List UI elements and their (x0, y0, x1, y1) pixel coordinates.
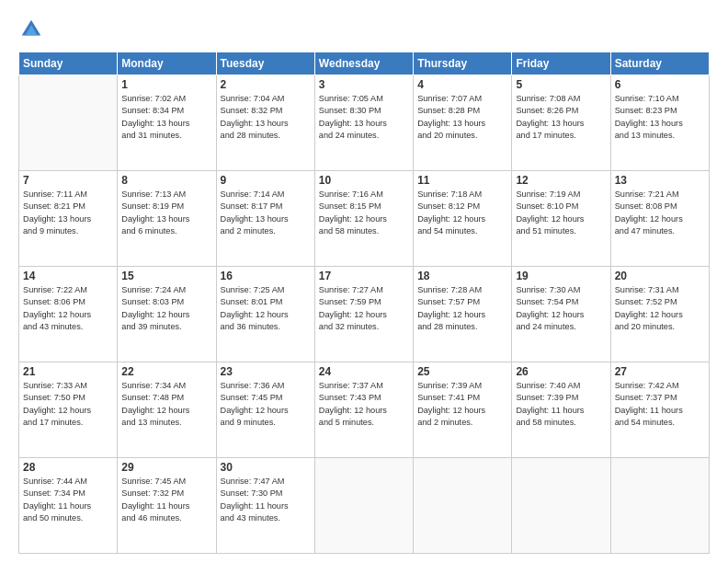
day-number: 24 (319, 365, 409, 378)
day-info: Sunrise: 7:45 AMSunset: 7:32 PMDaylight:… (121, 476, 211, 524)
calendar-cell: 14Sunrise: 7:22 AMSunset: 8:06 PMDayligh… (19, 267, 118, 362)
calendar-cell: 29Sunrise: 7:45 AMSunset: 7:32 PMDayligh… (118, 458, 216, 554)
day-info: Sunrise: 7:10 AMSunset: 8:23 PMDaylight:… (615, 93, 705, 142)
day-info: Sunrise: 7:22 AMSunset: 8:06 PMDaylight:… (23, 284, 113, 333)
day-number: 4 (417, 78, 507, 91)
logo-icon (18, 17, 44, 42)
calendar-cell: 6Sunrise: 7:10 AMSunset: 8:23 PMDaylight… (610, 75, 709, 171)
calendar-week-row: 28Sunrise: 7:44 AMSunset: 7:34 PMDayligh… (19, 458, 710, 554)
day-number: 13 (615, 174, 705, 187)
calendar-table: SundayMondayTuesdayWednesdayThursdayFrid… (18, 52, 710, 554)
calendar-cell: 20Sunrise: 7:31 AMSunset: 7:52 PMDayligh… (610, 267, 709, 362)
day-number: 27 (615, 365, 705, 378)
calendar-cell: 19Sunrise: 7:30 AMSunset: 7:54 PMDayligh… (512, 267, 610, 362)
calendar-cell: 12Sunrise: 7:19 AMSunset: 8:10 PMDayligh… (512, 171, 610, 267)
calendar-week-row: 21Sunrise: 7:33 AMSunset: 7:50 PMDayligh… (19, 362, 710, 458)
day-number: 17 (319, 270, 409, 282)
day-info: Sunrise: 7:21 AMSunset: 8:08 PMDaylight:… (615, 189, 705, 237)
calendar-cell: 22Sunrise: 7:34 AMSunset: 7:48 PMDayligh… (118, 362, 216, 458)
day-info: Sunrise: 7:14 AMSunset: 8:17 PMDaylight:… (221, 189, 311, 237)
day-info: Sunrise: 7:37 AMSunset: 7:43 PMDaylight:… (319, 380, 409, 429)
calendar-cell: 5Sunrise: 7:08 AMSunset: 8:26 PMDaylight… (512, 75, 610, 171)
day-info: Sunrise: 7:28 AMSunset: 7:57 PMDaylight:… (417, 284, 507, 333)
day-number: 10 (319, 174, 409, 187)
day-info: Sunrise: 7:05 AMSunset: 8:30 PMDaylight:… (319, 93, 409, 142)
calendar-cell: 8Sunrise: 7:13 AMSunset: 8:19 PMDaylight… (118, 171, 216, 267)
calendar-cell: 30Sunrise: 7:47 AMSunset: 7:30 PMDayligh… (216, 458, 314, 554)
day-info: Sunrise: 7:42 AMSunset: 7:37 PMDaylight:… (615, 380, 705, 429)
day-number: 18 (417, 270, 507, 282)
calendar-day-header: Thursday (414, 52, 512, 75)
calendar-cell: 26Sunrise: 7:40 AMSunset: 7:39 PMDayligh… (512, 362, 610, 458)
day-info: Sunrise: 7:18 AMSunset: 8:12 PMDaylight:… (417, 189, 507, 237)
day-info: Sunrise: 7:19 AMSunset: 8:10 PMDaylight:… (516, 189, 606, 237)
calendar-cell: 21Sunrise: 7:33 AMSunset: 7:50 PMDayligh… (19, 362, 118, 458)
calendar-cell (314, 458, 413, 554)
calendar-cell: 16Sunrise: 7:25 AMSunset: 8:01 PMDayligh… (216, 267, 314, 362)
calendar-cell: 28Sunrise: 7:44 AMSunset: 7:34 PMDayligh… (19, 458, 118, 554)
day-info: Sunrise: 7:30 AMSunset: 7:54 PMDaylight:… (516, 284, 606, 333)
day-number: 29 (121, 461, 211, 474)
day-number: 11 (417, 174, 507, 187)
calendar-day-header: Monday (118, 52, 216, 75)
calendar-cell: 3Sunrise: 7:05 AMSunset: 8:30 PMDaylight… (314, 75, 413, 171)
calendar-cell: 11Sunrise: 7:18 AMSunset: 8:12 PMDayligh… (414, 171, 512, 267)
day-info: Sunrise: 7:40 AMSunset: 7:39 PMDaylight:… (516, 380, 606, 429)
logo (18, 17, 48, 42)
day-info: Sunrise: 7:13 AMSunset: 8:19 PMDaylight:… (121, 189, 211, 237)
calendar-week-row: 7Sunrise: 7:11 AMSunset: 8:21 PMDaylight… (19, 171, 710, 267)
day-number: 8 (121, 174, 211, 187)
header (18, 17, 710, 42)
calendar-cell: 18Sunrise: 7:28 AMSunset: 7:57 PMDayligh… (414, 267, 512, 362)
day-number: 30 (221, 461, 311, 474)
day-info: Sunrise: 7:34 AMSunset: 7:48 PMDaylight:… (121, 380, 211, 429)
day-number: 26 (516, 365, 606, 378)
day-number: 23 (221, 365, 311, 378)
day-number: 16 (221, 270, 311, 282)
day-info: Sunrise: 7:27 AMSunset: 7:59 PMDaylight:… (319, 284, 409, 333)
day-info: Sunrise: 7:36 AMSunset: 7:45 PMDaylight:… (221, 380, 311, 429)
calendar-cell: 7Sunrise: 7:11 AMSunset: 8:21 PMDaylight… (19, 171, 118, 267)
day-number: 21 (23, 365, 113, 378)
calendar-cell: 10Sunrise: 7:16 AMSunset: 8:15 PMDayligh… (314, 171, 413, 267)
calendar-cell: 27Sunrise: 7:42 AMSunset: 7:37 PMDayligh… (610, 362, 709, 458)
day-info: Sunrise: 7:11 AMSunset: 8:21 PMDaylight:… (23, 189, 113, 237)
calendar-day-header: Sunday (19, 52, 118, 75)
calendar-cell: 23Sunrise: 7:36 AMSunset: 7:45 PMDayligh… (216, 362, 314, 458)
day-info: Sunrise: 7:07 AMSunset: 8:28 PMDaylight:… (417, 93, 507, 142)
calendar-cell (19, 75, 118, 171)
day-number: 12 (516, 174, 606, 187)
calendar-cell: 1Sunrise: 7:02 AMSunset: 8:34 PMDaylight… (118, 75, 216, 171)
day-number: 14 (23, 270, 113, 282)
calendar-cell (512, 458, 610, 554)
day-number: 3 (319, 78, 409, 91)
calendar-cell: 13Sunrise: 7:21 AMSunset: 8:08 PMDayligh… (610, 171, 709, 267)
calendar-day-header: Saturday (610, 52, 709, 75)
calendar-cell: 2Sunrise: 7:04 AMSunset: 8:32 PMDaylight… (216, 75, 314, 171)
day-number: 20 (615, 270, 705, 282)
day-number: 28 (23, 461, 113, 474)
day-number: 15 (121, 270, 211, 282)
day-info: Sunrise: 7:47 AMSunset: 7:30 PMDaylight:… (221, 476, 311, 524)
day-info: Sunrise: 7:25 AMSunset: 8:01 PMDaylight:… (221, 284, 311, 333)
day-number: 9 (221, 174, 311, 187)
calendar-day-header: Wednesday (314, 52, 413, 75)
day-info: Sunrise: 7:44 AMSunset: 7:34 PMDaylight:… (23, 476, 113, 524)
day-info: Sunrise: 7:16 AMSunset: 8:15 PMDaylight:… (319, 189, 409, 237)
calendar-week-row: 1Sunrise: 7:02 AMSunset: 8:34 PMDaylight… (19, 75, 710, 171)
day-info: Sunrise: 7:39 AMSunset: 7:41 PMDaylight:… (417, 380, 507, 429)
day-number: 22 (121, 365, 211, 378)
calendar-cell: 25Sunrise: 7:39 AMSunset: 7:41 PMDayligh… (414, 362, 512, 458)
day-number: 1 (121, 78, 211, 91)
calendar-cell: 15Sunrise: 7:24 AMSunset: 8:03 PMDayligh… (118, 267, 216, 362)
calendar-week-row: 14Sunrise: 7:22 AMSunset: 8:06 PMDayligh… (19, 267, 710, 362)
day-number: 19 (516, 270, 606, 282)
day-number: 7 (23, 174, 113, 187)
calendar-cell: 17Sunrise: 7:27 AMSunset: 7:59 PMDayligh… (314, 267, 413, 362)
day-number: 5 (516, 78, 606, 91)
calendar-day-header: Friday (512, 52, 610, 75)
calendar-header-row: SundayMondayTuesdayWednesdayThursdayFrid… (19, 52, 710, 75)
day-info: Sunrise: 7:04 AMSunset: 8:32 PMDaylight:… (221, 93, 311, 142)
page: SundayMondayTuesdayWednesdayThursdayFrid… (0, 0, 728, 563)
day-info: Sunrise: 7:08 AMSunset: 8:26 PMDaylight:… (516, 93, 606, 142)
